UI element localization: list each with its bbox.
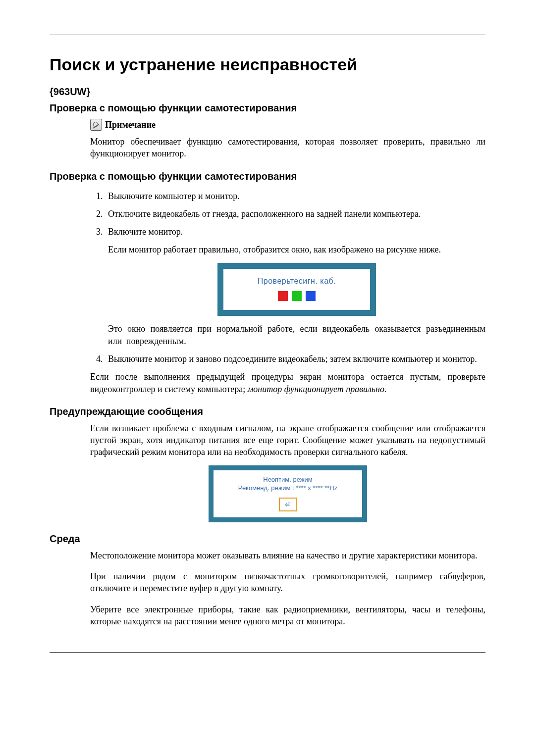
step-item: Включите монитор. Если монитор работает … bbox=[105, 226, 485, 347]
osd-warning-button: ⏎ bbox=[279, 498, 297, 511]
after-steps-italic: монитор функционирует правильно. bbox=[248, 384, 387, 394]
section-environment: Среда bbox=[50, 533, 485, 545]
page-title: Поиск и устранение неисправностей bbox=[50, 55, 485, 74]
step-3-explain: Это окно появляется при нормальной работ… bbox=[108, 323, 485, 347]
osd-warning-frame: Неоптим. режим Рекоменд. режим : **** x … bbox=[209, 465, 367, 522]
bottom-rule bbox=[50, 652, 485, 653]
osd-selftest-text: Проверьтесигн. каб. bbox=[228, 276, 365, 287]
note-text: Монитор обеспечивает функцию самотестиро… bbox=[90, 136, 485, 160]
step-3-followup: Если монитор работает правильно, отобраз… bbox=[108, 244, 485, 255]
after-steps-text: Если после выполнения предыдущей процеду… bbox=[90, 371, 485, 395]
section-selftest-2: Проверка с помощью функции самотестирова… bbox=[50, 171, 485, 182]
osd-warning-inner: Неоптим. режим Рекоменд. режим : **** x … bbox=[214, 470, 362, 517]
osd-selftest-inner: Проверьтесигн. каб. bbox=[223, 269, 370, 310]
environment-block: Местоположение монитора может оказывать … bbox=[90, 550, 485, 627]
color-squares bbox=[228, 291, 365, 301]
note-label: Примечание bbox=[105, 120, 156, 130]
section-selftest-1: Проверка с помощью функции самотестирова… bbox=[50, 102, 485, 114]
model-heading: {963UW} bbox=[50, 86, 485, 98]
section-warning: Предупреждающие сообщения bbox=[50, 406, 485, 417]
step-item: Выключите монитор и заново подсоедините … bbox=[105, 353, 485, 365]
red-square-icon bbox=[278, 291, 288, 301]
green-square-icon bbox=[292, 291, 302, 301]
env-paragraph-2: При наличии рядом с монитором низкочасто… bbox=[90, 570, 485, 595]
step-item: Отключите видеокабель от гнезда, располо… bbox=[105, 208, 485, 220]
document-page: Поиск и устранение неисправностей {963UW… bbox=[0, 0, 535, 756]
osd-warning-line1: Неоптим. режим bbox=[218, 475, 357, 484]
step-3-text: Включите монитор. bbox=[108, 227, 183, 237]
env-paragraph-1: Местоположение монитора может оказывать … bbox=[90, 550, 485, 561]
steps-block: Выключите компьютер и монитор. Отключите… bbox=[90, 190, 485, 395]
warning-text: Если возникает проблема с входным сигнал… bbox=[90, 422, 485, 458]
env-paragraph-3: Уберите все электронные приборы, такие к… bbox=[90, 604, 485, 628]
note-icon bbox=[90, 119, 102, 131]
top-rule bbox=[50, 35, 485, 35]
step-item: Выключите компьютер и монитор. bbox=[105, 190, 485, 202]
osd-warning-line2: Рекоменд. режим : **** x **** **Hz bbox=[218, 484, 357, 493]
osd-warning-figure: Неоптим. режим Рекоменд. режим : **** x … bbox=[90, 465, 485, 522]
osd-selftest-figure: Проверьтесигн. каб. bbox=[108, 263, 485, 316]
warning-block: Если возникает проблема с входным сигнал… bbox=[90, 422, 485, 522]
steps-list: Выключите компьютер и монитор. Отключите… bbox=[90, 190, 485, 365]
blue-square-icon bbox=[306, 291, 316, 301]
note-block: Примечание Монитор обеспечивает функцию … bbox=[90, 119, 485, 160]
osd-selftest-frame: Проверьтесигн. каб. bbox=[217, 263, 376, 316]
